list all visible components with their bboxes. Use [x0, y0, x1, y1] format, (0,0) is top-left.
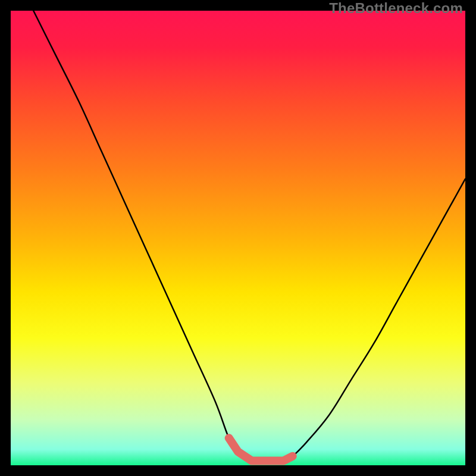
- watermark-text: TheBottleneck.com: [329, 0, 463, 17]
- bottleneck-chart: [11, 11, 465, 465]
- gradient-background: [11, 11, 465, 465]
- chart-frame: [11, 11, 465, 465]
